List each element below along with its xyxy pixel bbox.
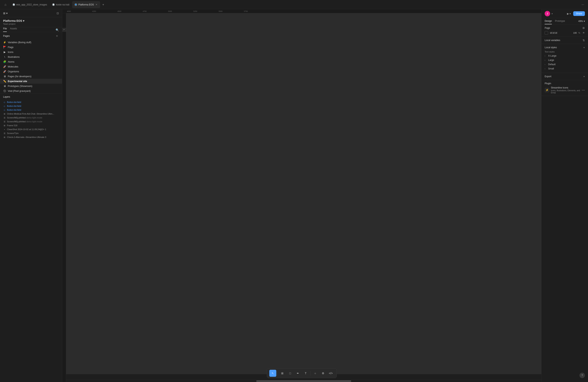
menu-dots[interactable]: ··· bbox=[580, 2, 586, 7]
local-variables-section: Local variables ⇅ bbox=[542, 37, 588, 44]
ruler-mark: 5750 bbox=[244, 10, 248, 12]
layers-section-header: Layers bbox=[0, 94, 62, 100]
page-color-eye-icon[interactable]: 👁 bbox=[583, 32, 585, 34]
layer-item-l3[interactable]: ◇Button-list-field bbox=[0, 108, 62, 112]
toolbar-pen[interactable]: ✒ bbox=[294, 370, 301, 377]
local-styles-add-icon[interactable]: + bbox=[583, 46, 585, 49]
layer-item-l9[interactable]: ☰Screen/Tým bbox=[0, 131, 62, 135]
text-style-small[interactable]: ›Small bbox=[545, 66, 585, 71]
page-icon-p10: 🖥 bbox=[3, 85, 6, 87]
text-style-default[interactable]: ›Default bbox=[545, 62, 585, 66]
text-style-label-small: Small bbox=[548, 67, 554, 70]
page-item-p9[interactable]: ✏️Experimental site bbox=[0, 79, 62, 84]
tab-label-tab3: Platforma EOS bbox=[78, 3, 94, 6]
layer-item-l5[interactable]: ☰Screen/Můj-přehled demo-light-mode bbox=[0, 116, 62, 120]
design-prototype-tabs: Design Prototype 49% ▾ bbox=[542, 18, 588, 24]
plugin-minimize-button[interactable]: — bbox=[582, 88, 585, 92]
layers-label: Layers bbox=[3, 95, 10, 98]
toolbar-ellipse[interactable]: ○ bbox=[312, 370, 319, 377]
page-item-p5[interactable]: 🧩Atoms bbox=[0, 59, 62, 64]
toolbar-text[interactable]: T bbox=[302, 370, 309, 377]
toolbar-select[interactable]: ↖ bbox=[269, 370, 276, 377]
ruler-mark: 5000 bbox=[168, 10, 172, 12]
tab-file[interactable]: File bbox=[3, 27, 7, 32]
scrollbar-horizontal[interactable] bbox=[66, 380, 541, 382]
page-label-p8: Pages (for developers) bbox=[8, 75, 31, 78]
sidebar-tabs-row: File Assets 🔍 bbox=[0, 27, 62, 32]
page-icon-p6: 🚀 bbox=[3, 65, 6, 68]
play-button[interactable]: ▶ ▾ bbox=[566, 11, 572, 16]
toolbar-components[interactable]: ⚙ bbox=[319, 370, 326, 377]
add-page-button[interactable]: + bbox=[55, 34, 59, 38]
canvas-area[interactable]: 40004250450047505000525055005750 ◤ ↖⊞□✒T… bbox=[62, 9, 541, 382]
left-sidebar: ⊞ ▾ ⊡ Platforma EOS ▾ Team project File … bbox=[0, 9, 62, 382]
page-color-swatch[interactable] bbox=[545, 31, 548, 35]
share-btn-visible[interactable]: Share bbox=[573, 11, 585, 16]
tab-assets[interactable]: Assets bbox=[10, 27, 17, 32]
home-icon[interactable]: ⌂ bbox=[2, 1, 9, 8]
layer-icon-l5: ☰ bbox=[3, 117, 6, 119]
page-label-p4: Illustrations bbox=[8, 56, 20, 58]
text-style-large[interactable]: ›Large bbox=[545, 58, 585, 62]
grid-icon[interactable]: ⊞ ▾ bbox=[3, 12, 8, 15]
plugin-info: Streamline Icons Icons, Illustrations, E… bbox=[551, 86, 580, 94]
layer-item-l4[interactable]: ⊞Online-Medical-First-Aid-Chat--Streamli… bbox=[0, 112, 62, 116]
canvas-content[interactable] bbox=[66, 13, 541, 374]
tab-tab3[interactable]: 🔷Platforma EOS✕ bbox=[72, 1, 100, 8]
toolbar-code[interactable]: </> bbox=[327, 370, 334, 377]
layer-text-l3: Button-list-field bbox=[7, 109, 21, 111]
ruler-mark: 4750 bbox=[143, 10, 147, 12]
page-label-p7: Organisms bbox=[8, 70, 19, 73]
text-style-xlarge[interactable]: ›X-Large bbox=[545, 54, 585, 58]
page-item-p2[interactable]: 🚩Flags bbox=[0, 45, 62, 50]
export-add-icon[interactable]: + bbox=[583, 75, 585, 78]
page-item-p1[interactable]: ⚡Variables (Boring stuff) bbox=[0, 40, 62, 45]
page-item-p3[interactable]: ▶Icons bbox=[0, 50, 62, 54]
page-settings-icon[interactable]: ⚙ bbox=[582, 26, 585, 30]
layer-text-l8: CleanShot 2024-10-02 at 11.09.24@2× 1 bbox=[7, 128, 46, 130]
tab-tab1[interactable]: 📄eos_app_2022_store_images bbox=[10, 1, 49, 8]
page-item-p4[interactable]: \Illustrations bbox=[0, 54, 62, 59]
tab-tab2[interactable]: 📄koste na trati bbox=[50, 1, 72, 8]
tab-close-tab3[interactable]: ✕ bbox=[95, 3, 98, 6]
page-icon-p2: 🚩 bbox=[3, 46, 6, 49]
local-variables-label: Local variables bbox=[545, 39, 560, 42]
page-label-p9: Experimental site bbox=[8, 80, 27, 83]
search-icon[interactable]: 🔍 bbox=[56, 28, 59, 32]
layer-item-l10[interactable]: ⊞Check-2-Alternate--Streamline-Ultimate … bbox=[0, 135, 62, 139]
layer-item-l1[interactable]: ◇Button-list-field bbox=[0, 100, 62, 104]
scrollbar-thumb[interactable] bbox=[256, 381, 351, 382]
tab-prototype[interactable]: Prototype bbox=[555, 18, 565, 24]
page-item-p7[interactable]: 🚀Organisms bbox=[0, 69, 62, 74]
tab-design[interactable]: Design bbox=[545, 18, 552, 24]
toolbar-frame[interactable]: ⊞ bbox=[279, 370, 286, 377]
layer-item-l6[interactable]: ☰Screen/Můj-přehled demo-light-mode bbox=[0, 120, 62, 124]
toggle-sidebar-icon[interactable]: ⊡ bbox=[57, 12, 59, 15]
layer-item-l7[interactable]: ⊞Frame 518 bbox=[0, 124, 62, 127]
local-variables-sort-icon[interactable]: ⇅ bbox=[583, 39, 585, 42]
project-name[interactable]: Platforma EOS ▾ bbox=[3, 19, 59, 22]
zoom-indicator[interactable]: 49% ▾ bbox=[578, 18, 585, 24]
layer-item-l8[interactable]: ▪CleanShot 2024-10-02 at 11.09.24@2× 1 bbox=[0, 127, 62, 131]
plugin-row: ⚡ Streamline Icons Icons, Illustrations,… bbox=[545, 86, 585, 94]
add-tab-button[interactable]: + bbox=[101, 2, 106, 7]
page-item-p11[interactable]: ⚫Void (Pixel graveyard) bbox=[0, 88, 62, 93]
layer-item-l2[interactable]: ◇Button-list-field bbox=[0, 104, 62, 108]
streamline-plugin-desc: Icons, Illustrations, Elements, and Emoj… bbox=[551, 89, 580, 94]
pages-label: Pages bbox=[3, 35, 10, 37]
text-style-label-xlarge: X-Large bbox=[548, 54, 556, 57]
user-avatar[interactable]: J bbox=[545, 11, 550, 16]
tab-icon-tab2: 📄 bbox=[52, 3, 55, 6]
page-item-p8[interactable]: 🖥Pages (for developers) bbox=[0, 74, 62, 79]
page-item-p10[interactable]: 🖥Prototypes (Showroom) bbox=[0, 84, 62, 88]
tab-label-tab2: koste na trati bbox=[56, 3, 69, 6]
page-item-p6[interactable]: 🚀Molecules bbox=[0, 64, 62, 69]
page-color-pct-sign: % bbox=[578, 32, 580, 34]
page-section-header: Page ⚙ bbox=[545, 26, 585, 30]
toolbar-rect[interactable]: □ bbox=[287, 370, 294, 377]
avatar-dropdown-icon[interactable]: ▾ bbox=[552, 13, 553, 15]
text-styles-list: ›X-Large›Large›Default›Small bbox=[545, 54, 585, 71]
chevron-icon-large: › bbox=[545, 59, 547, 61]
layer-text-l5: Screen/Můj-přehled demo-light-mode bbox=[7, 117, 42, 119]
help-button[interactable]: ? bbox=[579, 373, 585, 378]
